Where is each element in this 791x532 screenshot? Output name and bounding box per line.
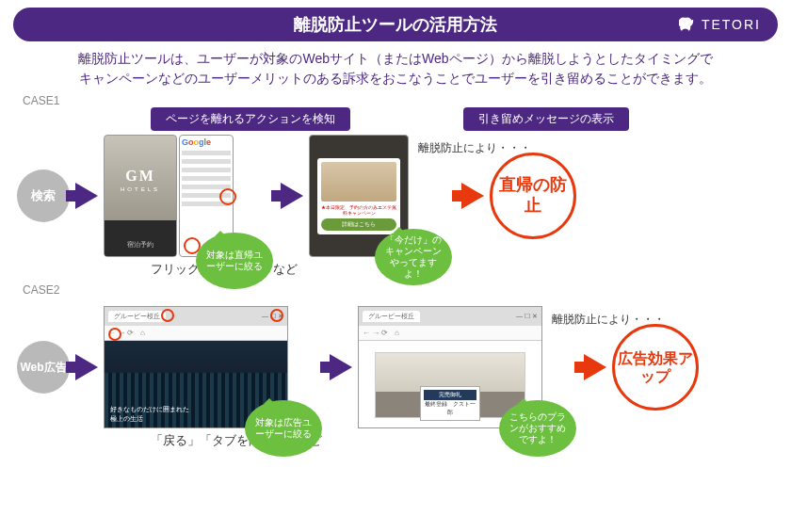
brand: TETORI	[679, 16, 761, 33]
phone-bottombar: 宿泊予約	[105, 234, 176, 256]
case1-step1: ページを離れるアクションを検知	[151, 107, 350, 131]
title-bar: 離脱防止ツールの活用方法 TETORI	[13, 8, 778, 41]
case2-label: CASE2	[23, 283, 791, 297]
room-image: 完売御礼 最終登録 クスト一郎	[375, 352, 525, 418]
popup-cta: 詳細はこちら	[321, 218, 396, 231]
hero-text1: 好きなものだけに囲まれた	[110, 405, 189, 414]
case2-row: Web広告 グルービー桜丘— ☐ ✕ ← → ⟳ ⌂ 好きなものだけに囲まれた …	[17, 306, 782, 428]
case1-lead: 離脱防止により・・・	[418, 140, 531, 156]
case1-step2: 引き留めメッセージの表示	[463, 107, 629, 131]
highlight-ring-icon	[161, 309, 174, 322]
popup-card: ★本日限定、予約の方のみエステ無料キャンペーン 詳細はこちら	[317, 158, 400, 234]
highlight-ring-icon	[108, 328, 121, 341]
bubble-case2-a: 対象は広告ユーザーに絞る	[245, 400, 322, 457]
popup-image	[321, 162, 396, 202]
browser-tab: グルービー桜丘	[363, 311, 420, 322]
case2-lead: 離脱防止により・・・	[552, 312, 665, 328]
hero-text2: 極上の生活	[110, 414, 189, 424]
case2-result: 広告効果アップ	[612, 324, 699, 411]
step-headers: ページを離れるアクションを検知 引き留めメッセージの表示	[151, 107, 791, 131]
arrow-icon	[330, 354, 352, 380]
intro-text: 離脱防止ツールは、ユーザーが対象のWebサイト（またはWebページ）から離脱しよ…	[19, 49, 772, 89]
case1-circle: 検索	[17, 169, 70, 222]
case1-label: CASE1	[23, 94, 791, 107]
hero-text: 好きなものだけに囲まれた 極上の生活	[110, 405, 189, 424]
phone-mock: GM HOTELS 宿泊予約	[104, 135, 177, 257]
arrow-icon	[75, 183, 98, 209]
brand-text: TETORI	[702, 17, 761, 32]
bubble-case1-a: 対象は直帰ユーザーに絞る	[196, 233, 273, 289]
popup-headline: ★本日限定、予約の方のみエステ無料キャンペーン	[321, 204, 396, 216]
arrow-icon	[461, 183, 484, 209]
browser-tab: グルービー桜丘	[108, 311, 166, 322]
highlight-ring-icon	[219, 188, 236, 205]
arrow-icon	[281, 183, 303, 209]
intro-line1: 離脱防止ツールは、ユーザーが対象のWebサイト（またはWebページ）から離脱しよ…	[19, 49, 772, 69]
overlay-card: 完売御礼 最終登録 クスト一郎	[420, 386, 479, 421]
case1-row: 検索 GM HOTELS 宿泊予約 Google 対象は直帰ユーザーに絞る ★本…	[17, 135, 782, 257]
overlay-heading: 完売御礼	[424, 390, 476, 400]
arrow-icon	[75, 354, 98, 380]
intro-line2: キャンペーンなどのユーザーメリットのある訴求をおこなうことでユーザーを引き留める…	[19, 69, 772, 89]
phone-logo: GM	[105, 168, 176, 185]
phone-sub: HOTELS	[105, 186, 176, 192]
page-title: 離脱防止ツールの活用方法	[294, 13, 497, 36]
brand-icon	[679, 16, 696, 33]
arrow-icon	[584, 354, 606, 380]
google-logo: Google	[182, 137, 231, 147]
case1-result: 直帰の防止	[490, 153, 576, 239]
case2-circle: Web広告	[17, 341, 70, 394]
highlight-ring-icon	[270, 309, 283, 322]
bubble-case1-b: 「今だけ」のキャンペーンやってますよ！	[375, 229, 452, 285]
bubble-case2-b: こちらのプランがおすすめですよ！	[499, 400, 576, 457]
overlay-body: 最終登録 クスト一郎	[424, 400, 476, 417]
